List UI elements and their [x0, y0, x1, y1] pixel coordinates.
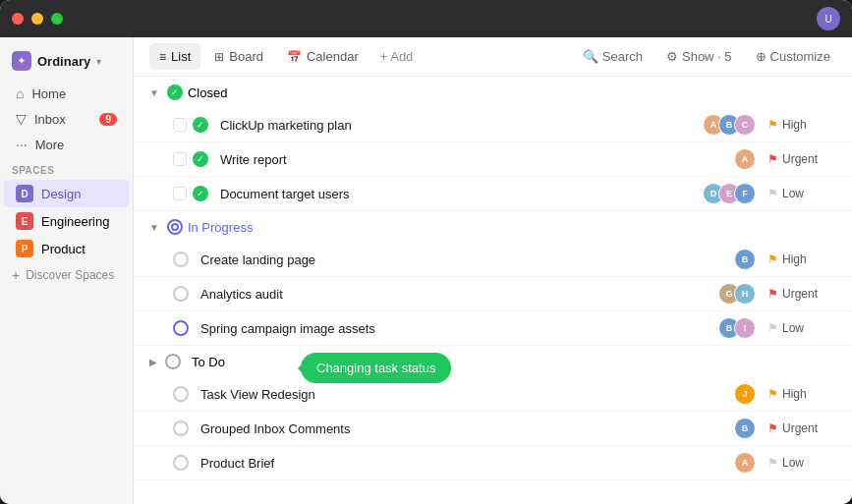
avatar: F	[734, 183, 756, 204]
engineering-space-label: Engineering	[41, 214, 109, 229]
tab-calendar[interactable]: 📅 Calendar	[277, 43, 369, 70]
task-name: Spring campaign image assets	[200, 321, 718, 336]
design-space-icon: D	[16, 185, 33, 202]
sidebar-item-design[interactable]: D Design	[4, 180, 129, 207]
task-checkbox-col	[173, 252, 189, 267]
task-avatars: J	[734, 383, 756, 405]
workspace-header[interactable]: ✦ Ordinary ▾	[0, 45, 133, 77]
chevron-icon-todo: ▶	[149, 357, 157, 367]
tabs-bar: ≡ List ⊞ Board 📅 Calendar + Add 🔍	[134, 37, 852, 77]
tab-list[interactable]: ≡ List	[149, 43, 200, 70]
priority-label: Low	[782, 321, 804, 335]
priority-badge: ⚑ Urgent	[767, 421, 836, 435]
sidebar-item-inbox-label: Inbox	[34, 112, 66, 127]
filter-icon: ⚙	[666, 49, 678, 64]
user-avatar[interactable]: U	[817, 7, 840, 30]
task-checkbox-col	[173, 386, 189, 402]
table-row[interactable]: Grouped Inbox Comments B ⚑ Urgent	[134, 412, 852, 446]
task-avatars: B I	[718, 317, 756, 339]
close-button[interactable]	[12, 13, 24, 25]
tab-board[interactable]: ⊞ Board	[204, 43, 273, 70]
task-checkbox-col	[173, 320, 189, 336]
customize-icon: ⊕	[756, 49, 767, 64]
search-icon: 🔍	[583, 49, 598, 64]
closed-group-label: Closed	[188, 85, 227, 100]
engineering-space-icon: E	[16, 212, 33, 230]
table-row[interactable]: Product Brief A ⚑ Low	[134, 446, 852, 480]
task-checkbox-col: ✓	[173, 117, 208, 133]
group-header-inprogress[interactable]: ▼ In Progress	[134, 211, 852, 243]
add-view-button[interactable]: + Add	[372, 45, 422, 68]
board-icon: ⊞	[214, 50, 224, 64]
task-status-open	[173, 386, 189, 402]
row-checkbox[interactable]	[173, 187, 187, 200]
task-status-closed: ✓	[193, 186, 208, 201]
show-filter-button[interactable]: ⚙ Show · 5	[660, 45, 738, 68]
search-button[interactable]: 🔍 Search	[577, 45, 649, 68]
todo-group-label: To Do	[192, 355, 225, 369]
sidebar-item-home[interactable]: ⌂ Home	[4, 81, 129, 106]
task-avatars: A	[734, 148, 756, 170]
table-row[interactable]: Task View Redesign J ⚑ High	[134, 377, 852, 412]
sidebar-item-product[interactable]: P Product	[4, 235, 129, 262]
maximize-button[interactable]	[51, 13, 63, 25]
priority-label: Urgent	[782, 152, 818, 166]
task-name: Task View Redesign	[200, 387, 734, 402]
task-status-open	[173, 286, 189, 302]
avatar: C	[734, 114, 756, 136]
priority-badge: ⚑ Urgent	[767, 287, 836, 301]
inprogress-status-icon	[167, 219, 183, 235]
avatar: J	[734, 383, 756, 405]
tab-list-label: List	[171, 49, 191, 64]
task-checkbox-col	[173, 286, 189, 302]
priority-label: Low	[782, 187, 804, 200]
table-row[interactable]: ✓ ClickUp marketing plan A B C ⚑ High	[134, 108, 852, 142]
customize-button[interactable]: ⊕ Customize	[750, 45, 836, 68]
workspace-name: Ordinary	[37, 54, 90, 69]
sidebar-item-inbox[interactable]: ▽ Inbox 9	[4, 106, 129, 132]
task-checkbox-col: ✓	[173, 186, 208, 201]
list-icon: ≡	[159, 50, 166, 64]
customize-label: Customize	[770, 49, 830, 64]
closed-status-icon: ✓	[167, 84, 183, 100]
discover-spaces[interactable]: + Discover Spaces	[0, 262, 133, 288]
task-status-open	[173, 420, 189, 436]
sidebar-item-more[interactable]: ··· More	[4, 132, 129, 157]
priority-badge: ⚑ High	[767, 387, 836, 401]
chevron-down-icon: ▾	[96, 56, 101, 67]
group-header-closed[interactable]: ▼ ✓ Closed	[134, 77, 852, 108]
task-avatars: A B C	[703, 114, 756, 136]
table-row[interactable]: ✓ Write report A ⚑ Urgent	[134, 142, 852, 177]
priority-label: High	[782, 387, 807, 401]
task-list: ▼ ✓ Closed ✓ ClickUp marketing plan	[134, 77, 852, 504]
task-avatars: G H	[718, 283, 756, 305]
inbox-badge: 9	[99, 113, 117, 126]
table-row[interactable]: Spring campaign image assets B I ⚑ Low C…	[134, 311, 852, 346]
inprogress-status-badge: In Progress	[167, 219, 253, 235]
inprogress-group-label: In Progress	[188, 220, 253, 235]
flag-icon: ⚑	[767, 252, 778, 266]
sidebar-item-engineering[interactable]: E Engineering	[4, 207, 129, 235]
task-status-closed: ✓	[193, 151, 208, 167]
more-icon: ···	[16, 137, 28, 152]
flag-icon: ⚑	[767, 187, 778, 200]
priority-label: Urgent	[782, 287, 818, 301]
show-label: Show · 5	[682, 49, 732, 64]
table-row[interactable]: Analytics audit G H ⚑ Urgent	[134, 277, 852, 311]
priority-label: Urgent	[782, 421, 818, 435]
table-row[interactable]: Create landing page B ⚑ High	[134, 243, 852, 277]
flag-icon: ⚑	[767, 421, 778, 435]
chevron-icon-inprogress: ▼	[149, 222, 159, 233]
row-checkbox[interactable]	[173, 152, 187, 166]
task-name: Grouped Inbox Comments	[200, 421, 734, 436]
avatar: A	[734, 452, 756, 474]
row-checkbox[interactable]	[173, 118, 187, 132]
group-header-todo[interactable]: ▶ To Do	[134, 346, 852, 377]
task-name: Product Brief	[200, 456, 734, 471]
table-row[interactable]: ✓ Document target users D E F ⚑ Low	[134, 177, 852, 211]
closed-status-badge: ✓ Closed	[167, 84, 227, 100]
task-status-open	[173, 252, 189, 267]
minimize-button[interactable]	[31, 13, 43, 25]
product-space-icon: P	[16, 240, 33, 257]
priority-badge: ⚑ High	[767, 252, 836, 266]
